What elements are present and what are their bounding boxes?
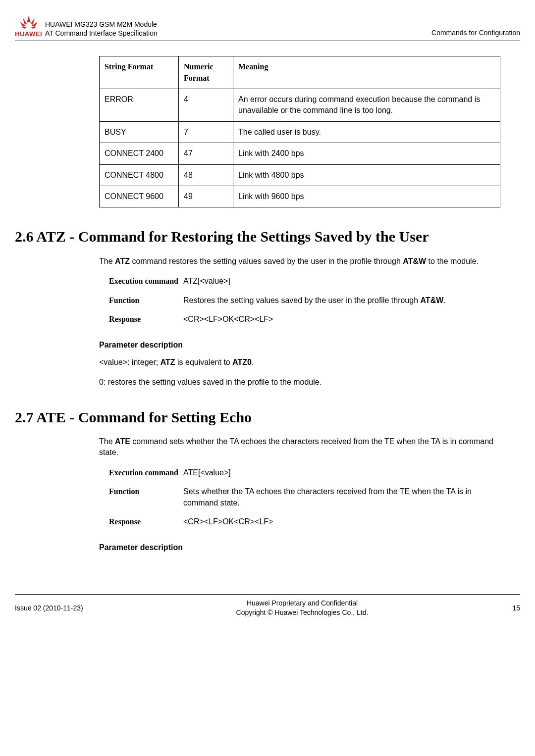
- text: .: [443, 296, 445, 304]
- response-label: Response: [109, 516, 183, 527]
- function-label: Function: [109, 486, 183, 508]
- cell-numeric-format: 47: [179, 143, 233, 164]
- table-row: CONNECT 9600 49 Link with 9600 bps: [100, 186, 500, 207]
- doc-title-line2: AT Command Interface Specification: [45, 29, 158, 38]
- section-2-6-intro: The ATZ command restores the setting val…: [99, 256, 500, 267]
- footer-center: Huawei Proprietary and Confidential Copy…: [114, 599, 490, 618]
- huawei-logo-icon: [18, 15, 40, 30]
- cell-string-format: ERROR: [100, 89, 179, 121]
- text: The: [99, 257, 115, 265]
- table-block: String Format Numeric Format Meaning ERR…: [99, 56, 500, 207]
- parameter-description-heading: Parameter description: [99, 340, 500, 351]
- execution-command-value: ATE[<value>]: [183, 467, 500, 478]
- cell-string-format: BUSY: [100, 121, 179, 143]
- response-row: Response <CR><LF>OK<CR><LF>: [109, 516, 500, 527]
- cell-meaning: Link with 9600 bps: [233, 186, 500, 207]
- cell-numeric-format: 7: [179, 121, 233, 143]
- header-right-text: Commands for Configuration: [431, 28, 520, 39]
- bold-atz: ATZ: [160, 358, 175, 366]
- bold-atw: AT&W: [421, 296, 444, 304]
- page-header: HUAWEI HUAWEI MG323 GSM M2M Module AT Co…: [15, 15, 520, 41]
- response-value: <CR><LF>OK<CR><LF>: [183, 516, 500, 527]
- footer-issue: Issue 02 (2010-11-23): [15, 604, 114, 613]
- text: command restores the setting values save…: [130, 257, 403, 265]
- th-numeric-format: Numeric Format: [179, 56, 233, 89]
- th-meaning: Meaning: [233, 56, 500, 89]
- text: The: [99, 437, 115, 446]
- table-row: BUSY 7 The called user is busy.: [100, 121, 500, 143]
- cell-meaning: An error occurs during command execution…: [233, 89, 500, 121]
- bold-atz: ATZ: [115, 257, 130, 265]
- response-row: Response <CR><LF>OK<CR><LF>: [109, 314, 500, 325]
- table-row: CONNECT 4800 48 Link with 4800 bps: [100, 164, 500, 186]
- cell-numeric-format: 4: [179, 89, 233, 121]
- text: <value>: integer;: [99, 358, 160, 366]
- function-label: Function: [109, 295, 183, 306]
- text: command sets whether the TA echoes the c…: [99, 437, 493, 456]
- response-value: <CR><LF>OK<CR><LF>: [183, 314, 500, 325]
- section-heading-2-6: 2.6 ATZ - Command for Restoring the Sett…: [15, 227, 520, 246]
- bold-ate: ATE: [115, 437, 130, 446]
- function-row: Function Sets whether the TA echoes the …: [109, 486, 500, 508]
- cell-meaning: Link with 4800 bps: [233, 164, 500, 186]
- execution-command-label: Execution command: [109, 467, 183, 478]
- response-label: Response: [109, 314, 183, 325]
- text: is equivalent to: [175, 358, 233, 366]
- footer-copyright: Copyright © Huawei Technologies Co., Ltd…: [114, 608, 490, 618]
- footer-page-number: 15: [490, 604, 520, 613]
- function-value: Restores the setting values saved by the…: [183, 295, 500, 306]
- execution-command-row: Execution command ATZ[<value>]: [109, 276, 500, 287]
- header-left: HUAWEI HUAWEI MG323 GSM M2M Module AT Co…: [15, 15, 158, 39]
- parameter-description-heading: Parameter description: [99, 542, 500, 553]
- string-format-table: String Format Numeric Format Meaning ERR…: [99, 56, 500, 207]
- cell-string-format: CONNECT 2400: [100, 143, 179, 164]
- section-2-7-intro: The ATE command sets whether the TA echo…: [99, 436, 500, 458]
- cell-string-format: CONNECT 4800: [100, 164, 179, 186]
- table-row: ERROR 4 An error occurs during command e…: [100, 89, 500, 121]
- execution-command-label: Execution command: [109, 276, 183, 287]
- execution-command-row: Execution command ATE[<value>]: [109, 467, 500, 478]
- text: .: [252, 358, 254, 366]
- doc-title-line1: HUAWEI MG323 GSM M2M Module: [45, 20, 158, 29]
- th-string-format: String Format: [100, 56, 179, 89]
- brand-logo-block: HUAWEI: [15, 15, 42, 39]
- cell-numeric-format: 48: [179, 164, 233, 186]
- function-row: Function Restores the setting values sav…: [109, 295, 500, 306]
- cell-meaning: The called user is busy.: [233, 121, 500, 143]
- bold-atz0: ATZ0: [232, 358, 252, 366]
- footer-proprietary: Huawei Proprietary and Confidential: [114, 599, 490, 608]
- parameter-line1: <value>: integer; ATZ is equivalent to A…: [99, 357, 500, 368]
- text: Restores the setting values saved by the…: [183, 296, 421, 304]
- function-value: Sets whether the TA echoes the character…: [183, 486, 500, 508]
- brand-name: HUAWEI: [15, 30, 42, 39]
- page-content: String Format Numeric Format Meaning ERR…: [15, 41, 520, 564]
- text: to the module.: [426, 257, 479, 265]
- section-heading-2-7: 2.7 ATE - Command for Setting Echo: [15, 408, 520, 427]
- cell-string-format: CONNECT 9600: [100, 186, 179, 207]
- header-titles: HUAWEI MG323 GSM M2M Module AT Command I…: [45, 20, 158, 39]
- page-footer: Issue 02 (2010-11-23) Huawei Proprietary…: [15, 594, 520, 633]
- table-row: CONNECT 2400 47 Link with 2400 bps: [100, 143, 500, 164]
- bold-atw: AT&W: [403, 257, 426, 265]
- table-header-row: String Format Numeric Format Meaning: [100, 56, 500, 89]
- cell-numeric-format: 49: [179, 186, 233, 207]
- parameter-line2: 0: restores the setting values saved in …: [99, 377, 500, 388]
- execution-command-value: ATZ[<value>]: [183, 276, 500, 287]
- cell-meaning: Link with 2400 bps: [233, 143, 500, 164]
